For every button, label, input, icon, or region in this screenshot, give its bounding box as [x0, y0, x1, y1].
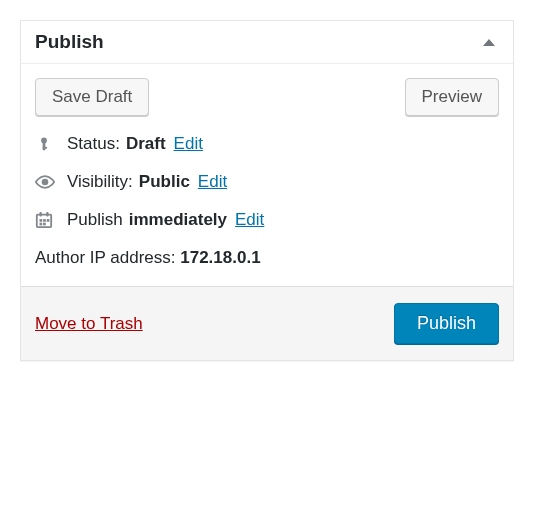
visibility-edit-link[interactable]: Edit: [198, 172, 227, 192]
svg-point-3: [43, 180, 48, 185]
status-edit-link[interactable]: Edit: [174, 134, 203, 154]
svg-rect-8: [43, 219, 46, 222]
svg-rect-11: [47, 219, 50, 222]
svg-rect-5: [40, 212, 42, 217]
visibility-row: Visibility: Public Edit: [35, 172, 499, 192]
collapse-toggle-icon[interactable]: [483, 39, 495, 46]
author-ip-row: Author IP address: 172.18.0.1: [35, 248, 499, 268]
status-label: Status:: [67, 134, 120, 154]
metabox-body: Save Draft Preview Status: Draft Edit: [21, 64, 513, 286]
schedule-label: Publish: [67, 210, 123, 230]
move-to-trash-link[interactable]: Move to Trash: [35, 314, 143, 334]
publish-button[interactable]: Publish: [394, 303, 499, 344]
svg-rect-7: [40, 219, 43, 222]
visibility-value: Public: [139, 172, 190, 192]
status-row: Status: Draft Edit: [35, 134, 499, 154]
schedule-edit-link[interactable]: Edit: [235, 210, 264, 230]
svg-rect-2: [43, 147, 48, 149]
schedule-value: immediately: [129, 210, 227, 230]
save-draft-button[interactable]: Save Draft: [35, 78, 149, 116]
metabox-title: Publish: [35, 31, 104, 53]
author-ip-value: 172.18.0.1: [180, 248, 260, 267]
key-icon: [35, 135, 59, 153]
author-ip-label: Author IP address:: [35, 248, 176, 267]
svg-rect-9: [40, 223, 43, 226]
svg-rect-10: [43, 223, 46, 226]
eye-icon: [35, 172, 59, 192]
publish-metabox: Publish Save Draft Preview Status: Draft…: [20, 20, 514, 361]
metabox-footer: Move to Trash Publish: [21, 286, 513, 360]
visibility-label: Visibility:: [67, 172, 133, 192]
svg-rect-1: [43, 142, 46, 150]
calendar-icon: [35, 211, 59, 229]
draft-preview-row: Save Draft Preview: [35, 78, 499, 116]
preview-button[interactable]: Preview: [405, 78, 499, 116]
schedule-row: Publish immediately Edit: [35, 210, 499, 230]
status-value: Draft: [126, 134, 166, 154]
metabox-header: Publish: [21, 21, 513, 64]
svg-rect-6: [46, 212, 48, 217]
